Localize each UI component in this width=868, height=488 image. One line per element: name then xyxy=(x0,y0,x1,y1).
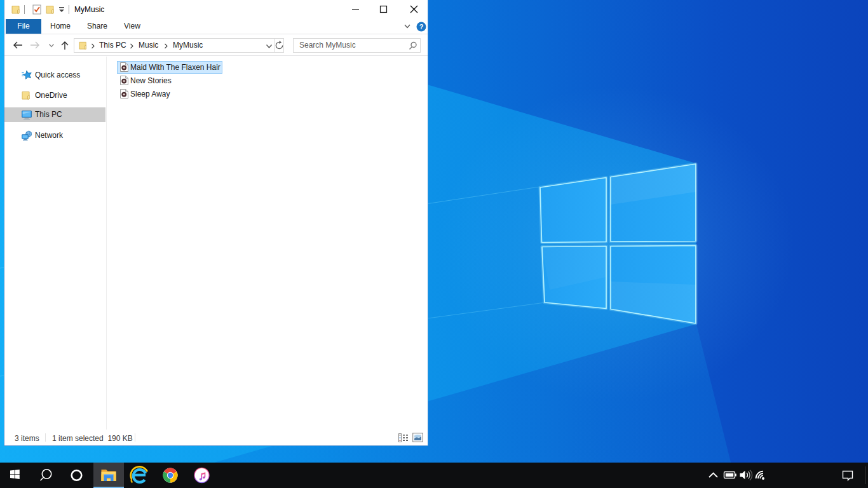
svg-text:?: ? xyxy=(419,23,424,30)
